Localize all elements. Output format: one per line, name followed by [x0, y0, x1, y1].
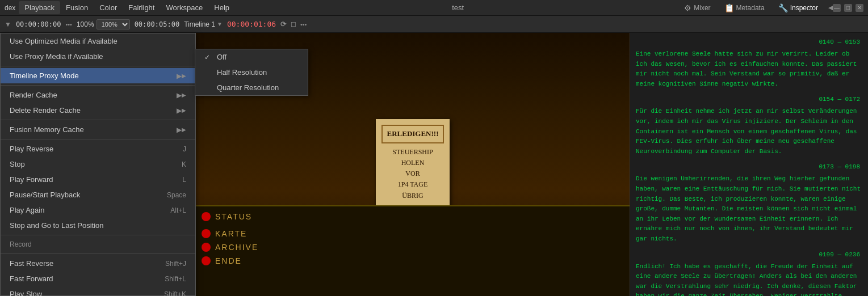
duration-time: 00:00:05:00 [135, 20, 179, 28]
submenu-item-half-resolution[interactable]: Half Resolution [195, 65, 308, 80]
menu-item-play-slow[interactable]: Play Slow Shift+K [1, 286, 195, 296]
menu-item-fast-forward[interactable]: Fast Forward Shift+L [1, 271, 195, 286]
dropdown-menu: Use Optimized Media if Available Use Pro… [0, 33, 196, 296]
timeline-dropdown-chevron: ▼ [217, 21, 223, 27]
menu-item-play-again[interactable]: Play Again Alt+L [1, 202, 195, 218]
section-body-4: Endlich! Ich habe es geschafft, die Freu… [636, 262, 862, 296]
transport-time-display: 00:00:00:00 [16, 20, 61, 28]
note-header: ERLEDIGEN!!! [381, 125, 444, 143]
section-header-2: 0154 — 0172 [636, 95, 862, 104]
menu-item-help[interactable]: Help [208, 1, 235, 14]
mixer-tab[interactable]: ⚙ Mixer [681, 2, 714, 14]
menu-item-color[interactable]: Color [94, 1, 123, 14]
close-button[interactable]: ✕ [856, 4, 863, 12]
ende-row: ENDE [196, 254, 630, 268]
zoom-value: 100% [77, 20, 94, 28]
menu-item-fast-reverse[interactable]: Fast Reverse Shift+J [1, 256, 195, 271]
archive-row: ARCHIVE [196, 240, 630, 254]
menu-section-record: Record [1, 237, 195, 252]
right-panel-content: 0140 — 0153 Eine verlorene Seele hatte s… [630, 33, 868, 296]
maximize-button[interactable]: □ [844, 4, 852, 12]
submenu-timeline-proxy: ✓ Off Half Resolution Quarter Resolution [195, 49, 308, 96]
fit-icon: □ [291, 20, 296, 28]
window-controls: — □ ✕ [833, 4, 863, 12]
menu-item-pause-start[interactable]: Pause/Start Playback Space [1, 187, 195, 202]
window-title: test [235, 3, 681, 12]
archive-indicator [202, 243, 211, 252]
ende-label: ENDE [215, 256, 242, 265]
section-body-3: Die wenigen Umherirrenden, die ihren Weg… [636, 174, 862, 244]
status-label: STATUS [215, 212, 252, 221]
transport-dots[interactable]: ••• [65, 21, 72, 28]
karte-indicator [202, 229, 211, 238]
metadata-tab[interactable]: 📋 Metadata [721, 2, 768, 14]
more-options-icon[interactable]: ••• [300, 21, 307, 28]
section-header-4: 0199 — 0236 [636, 250, 862, 260]
minimize-button[interactable]: — [833, 4, 841, 12]
section-body-2: Für die Einheit nehme ich jetzt an mir s… [636, 107, 862, 157]
check-off: ✓ [204, 53, 212, 61]
divider-6 [1, 253, 195, 254]
divider-5 [1, 235, 195, 235]
menu-item-timeline-proxy-mode[interactable]: Timeline Proxy Mode ▶ [1, 68, 195, 83]
archive-label: ARCHIVE [215, 243, 258, 252]
timeline-name: Timeline 1 [184, 20, 215, 28]
mixer-icon: ⚙ [684, 3, 691, 12]
note-content: STEUERSHIPHOLENVOR1P4 TAGEÜBRIG [381, 147, 444, 201]
zoom-control: 100% 100% 75% 50% [77, 19, 130, 29]
karte-label: KARTE [215, 229, 247, 238]
submenu-item-quarter-resolution[interactable]: Quarter Resolution [195, 80, 308, 95]
menu-item-proxy-media[interactable]: Use Proxy Media if Available [1, 49, 195, 64]
right-panel: 0140 — 0153 Eine verlorene Seele hatte s… [630, 33, 868, 296]
main-content: Use Optimized Media if Available Use Pro… [0, 33, 868, 296]
game-menu-panel: STATUS KARTE ARCHIVE ENDE [196, 205, 630, 296]
zoom-select[interactable]: 100% 75% 50% [97, 19, 130, 29]
metadata-label: Metadata [736, 4, 765, 12]
menu-item-optimized-media[interactable]: Use Optimized Media if Available [1, 33, 195, 49]
mixer-label: Mixer [694, 4, 710, 12]
top-right-panel: ⚙ Mixer 📋 Metadata 🔧 Inspector ◀ [681, 2, 833, 14]
timeline-dropdown[interactable]: Timeline 1 ▼ [184, 20, 223, 28]
menu-item-workspace[interactable]: Workspace [160, 1, 208, 14]
menu-bar: dex Playback Fusion Color Fairlight Work… [0, 0, 868, 16]
divider-1 [1, 66, 195, 66]
menu-item-fairlight[interactable]: Fairlight [123, 1, 160, 14]
inspector-icon: 🔧 [778, 3, 788, 12]
menu-item-play-reverse[interactable]: Play Reverse J [1, 141, 195, 157]
panel-arrow-icon: ◀ [828, 4, 833, 11]
menu-item-render-cache[interactable]: Render Cache ▶ [1, 87, 195, 103]
ende-indicator [202, 256, 211, 265]
section-body-1: Eine verlorene Seele hatte sich zu mir v… [636, 49, 862, 89]
inspector-label: Inspector [790, 4, 818, 12]
menu-item-stop[interactable]: Stop K [1, 157, 195, 172]
current-timecode: 00:00:01:06 [227, 20, 276, 28]
menu-buttons: STATUS [196, 206, 630, 227]
menu-item-delete-render-cache[interactable]: Delete Render Cache ▶ [1, 103, 195, 118]
menu-item-fusion[interactable]: Fusion [60, 1, 94, 14]
sync-icon: ⟳ [280, 20, 287, 28]
divider-4 [1, 139, 195, 139]
inspector-tab[interactable]: 🔧 Inspector [775, 2, 821, 14]
menu-item-dex[interactable]: dex [5, 4, 15, 12]
status-indicator [202, 212, 211, 221]
submenu-item-off[interactable]: ✓ Off [195, 49, 308, 65]
divider-3 [1, 120, 195, 120]
karte-row: KARTE [196, 227, 630, 240]
section-header-1: 0140 — 0153 [636, 37, 862, 47]
note-image: ERLEDIGEN!!! STEUERSHIPHOLENVOR1P4 TAGEÜ… [376, 119, 450, 210]
metadata-icon: 📋 [724, 3, 734, 12]
menu-item-playback[interactable]: Playback [19, 1, 60, 14]
secondary-toolbar: ▼ 00:00:00:00 ••• 100% 100% 75% 50% 00:0… [0, 16, 868, 33]
timeline-dropdown-arrow[interactable]: ▼ [5, 20, 11, 28]
menu-item-fusion-memory-cache[interactable]: Fusion Memory Cache ▶ [1, 122, 195, 137]
menu-item-play-forward[interactable]: Play Forward L [1, 172, 195, 187]
section-header-3: 0173 — 0198 [636, 162, 862, 172]
divider-2 [1, 85, 195, 86]
menu-item-stop-goto-last[interactable]: Stop and Go to Last Position [1, 218, 195, 233]
